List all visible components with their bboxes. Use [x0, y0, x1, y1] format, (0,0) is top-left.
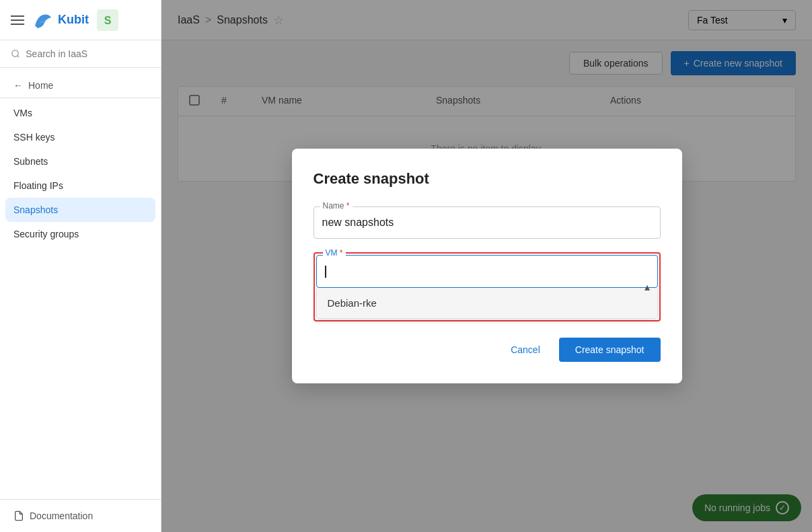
vm-label: VM * — [323, 248, 346, 258]
sidebar-item-label: Subnets — [13, 156, 48, 167]
vm-field-wrapper: VM * ▴ Debian-rke — [313, 252, 661, 321]
vm-dropdown: Debian-rke — [316, 288, 658, 319]
vm-select-input[interactable] — [316, 255, 658, 288]
hamburger-icon[interactable] — [11, 15, 24, 25]
modal-overlay: Create snapshot Name * VM * — [161, 0, 812, 532]
name-required: * — [346, 201, 350, 211]
sidebar-header: Kubit S — [0, 0, 161, 40]
name-label: Name * — [320, 201, 353, 211]
vm-required: * — [340, 248, 343, 258]
modal-title: Create snapshot — [313, 170, 661, 188]
sidebar-item-label: Home — [28, 80, 53, 91]
doc-icon — [13, 510, 24, 521]
sidebar-search-area — [0, 40, 161, 68]
vm-select-container: VM * ▴ Debian-rke — [316, 255, 658, 319]
modal-actions: Cancel Create snapshot — [313, 338, 661, 362]
sidebar-item-vms[interactable]: VMs — [0, 101, 161, 125]
sidebar-item-label: SSH keys — [13, 132, 54, 143]
sidebar-item-security-groups[interactable]: Security groups — [0, 222, 161, 246]
search-icon — [11, 48, 20, 59]
sidebar-item-snapshots[interactable]: Snapshots — [5, 198, 155, 222]
nav-list: ← Home VMs SSH keys Subnets Floating IPs… — [0, 68, 161, 499]
brand-name: Kubit — [58, 13, 89, 27]
brand-logo: Kubit — [32, 9, 89, 31]
second-logo: S — [97, 9, 118, 31]
cancel-button[interactable]: Cancel — [500, 338, 551, 362]
text-cursor — [325, 266, 326, 278]
documentation-label: Documentation — [30, 510, 93, 521]
name-input[interactable] — [313, 206, 661, 239]
search-input[interactable] — [26, 48, 150, 59]
sidebar-item-ssh-keys[interactable]: SSH keys — [0, 125, 161, 149]
sidebar-item-home[interactable]: ← Home — [0, 73, 161, 98]
svg-line-3 — [17, 56, 20, 58]
sidebar-item-subnets[interactable]: Subnets — [0, 149, 161, 174]
sidebar-footer-documentation[interactable]: Documentation — [0, 499, 161, 532]
create-snapshot-modal: Create snapshot Name * VM * — [292, 149, 682, 383]
sidebar-item-label: Floating IPs — [13, 180, 63, 191]
sidebar-item-label: Snapshots — [13, 204, 58, 215]
svg-point-2 — [12, 50, 19, 57]
brand-icon — [32, 9, 54, 31]
sidebar: Kubit S ← Home VMs SSH keys Subnets — [0, 0, 161, 532]
main-content: IaaS > Snapshots ☆ Fa Test ▾ Bulk operat… — [161, 0, 812, 532]
svg-text:S: S — [104, 15, 112, 26]
name-field: Name * — [313, 206, 661, 239]
sidebar-item-label: VMs — [13, 108, 32, 118]
sidebar-item-label: Security groups — [13, 229, 79, 239]
create-snapshot-button[interactable]: Create snapshot — [559, 338, 661, 362]
sidebar-item-floating-ips[interactable]: Floating IPs — [0, 174, 161, 198]
home-arrow-icon: ← — [13, 80, 23, 91]
vm-option-debian-rke[interactable]: Debian-rke — [317, 288, 657, 318]
